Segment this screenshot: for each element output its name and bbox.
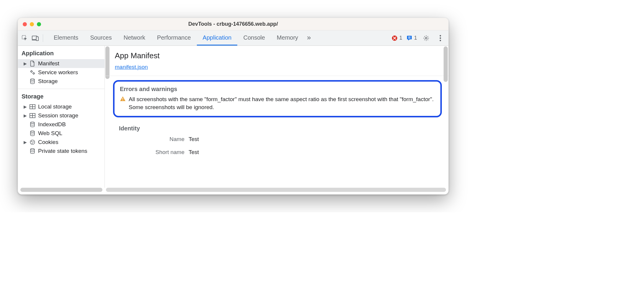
table-icon	[29, 112, 36, 119]
sidebar-item-manifest[interactable]: ▶ Manifest	[18, 59, 104, 68]
svg-point-20	[30, 122, 34, 124]
sidebar-item-label: IndexedDB	[38, 121, 66, 128]
sidebar-section-storage: Storage	[18, 89, 104, 102]
svg-point-21	[30, 131, 34, 132]
database-icon	[29, 148, 36, 154]
database-icon	[29, 78, 36, 85]
svg-point-11	[31, 71, 32, 72]
sidebar-item-websql[interactable]: Web SQL	[18, 129, 104, 138]
window-title: DevTools - crbug-1476656.web.app/	[18, 21, 448, 27]
svg-point-25	[32, 143, 32, 144]
field-label: Name	[115, 136, 189, 142]
field-short-name: Short name Test	[115, 149, 440, 156]
svg-point-22	[30, 140, 35, 145]
svg-point-23	[32, 141, 32, 142]
devtools-toolbar: Elements Sources Network Performance App…	[18, 30, 448, 46]
sidebar-item-cookies[interactable]: ▶ Cookies	[18, 138, 104, 147]
field-label: Short name	[115, 149, 189, 156]
svg-point-10	[440, 40, 441, 41]
maximize-window-button[interactable]	[37, 22, 41, 26]
sidebar-item-indexeddb[interactable]: IndexedDB	[18, 120, 104, 129]
database-icon	[29, 121, 36, 128]
errors-count: 1	[399, 35, 402, 41]
svg-rect-27	[122, 98, 123, 99]
divider	[105, 76, 448, 76]
svg-point-7	[425, 37, 427, 39]
tabs-overflow-button[interactable]: »	[304, 30, 314, 46]
main-scrollbar[interactable]	[444, 46, 448, 82]
page-title: App Manifest	[115, 51, 440, 60]
svg-point-8	[440, 35, 441, 36]
bottom-scrollbars	[18, 188, 448, 194]
table-icon	[29, 103, 36, 110]
svg-point-9	[440, 37, 441, 39]
sidebar-item-session-storage[interactable]: ▶ Session storage	[18, 111, 104, 120]
tab-performance[interactable]: Performance	[151, 30, 197, 46]
tab-application[interactable]: Application	[197, 30, 238, 46]
chevron-right-icon: ▶	[23, 61, 27, 66]
main-h-scrollbar[interactable]	[106, 188, 446, 192]
svg-point-13	[30, 79, 34, 80]
inspect-element-icon[interactable]	[20, 33, 30, 43]
field-name: Name Test	[115, 136, 440, 142]
chevron-right-icon: ▶	[23, 113, 27, 118]
errors-warnings-box: Errors and warnings All screenshots with…	[113, 80, 442, 117]
tab-memory[interactable]: Memory	[271, 30, 304, 46]
close-window-button[interactable]	[23, 22, 27, 26]
sidebar-item-label: Web SQL	[38, 130, 62, 137]
issues-count: 1	[414, 35, 417, 41]
content-area: Application ▶ Manifest Service workers	[18, 46, 448, 188]
device-toolbar-icon[interactable]	[30, 33, 40, 43]
svg-point-24	[33, 142, 34, 142]
svg-point-12	[33, 73, 35, 74]
application-sidebar: Application ▶ Manifest Service workers	[18, 46, 105, 188]
sidebar-item-label: Local storage	[38, 103, 72, 110]
issues-badge[interactable]: 1	[406, 35, 417, 41]
chevron-right-icon: ▶	[23, 104, 27, 109]
tab-elements[interactable]: Elements	[48, 30, 84, 46]
sidebar-item-storage[interactable]: Storage	[18, 77, 104, 86]
svg-rect-28	[122, 100, 123, 101]
minimize-window-button[interactable]	[30, 22, 34, 26]
window-titlebar: DevTools - crbug-1476656.web.app/	[18, 18, 448, 30]
file-icon	[29, 60, 36, 67]
devtools-window: DevTools - crbug-1476656.web.app/ Elemen…	[18, 18, 449, 195]
main-panel: App Manifest manifest.json Errors and wa…	[105, 46, 448, 188]
sidebar-section-application: Application	[18, 46, 104, 59]
svg-point-26	[30, 149, 34, 150]
sidebar-item-label: Private state tokens	[38, 148, 87, 154]
svg-rect-3	[36, 37, 38, 41]
tab-network[interactable]: Network	[118, 30, 151, 46]
sidebar-item-label: Cookies	[38, 139, 58, 145]
warning-text: All screenshots with the same "form_fact…	[129, 95, 435, 111]
chevron-right-icon: ▶	[23, 140, 27, 145]
more-options-icon[interactable]	[435, 33, 445, 43]
database-icon	[29, 130, 36, 137]
tab-sources[interactable]: Sources	[84, 30, 117, 46]
sidebar-item-label: Service workers	[38, 69, 78, 76]
warning-triangle-icon	[120, 96, 126, 111]
manifest-link[interactable]: manifest.json	[115, 64, 148, 70]
tab-console[interactable]: Console	[237, 30, 271, 46]
sidebar-item-label: Session storage	[38, 112, 78, 119]
gears-icon	[29, 69, 36, 76]
sidebar-item-label: Manifest	[38, 60, 59, 67]
sidebar-item-local-storage[interactable]: ▶ Local storage	[18, 102, 104, 111]
cookie-icon	[29, 139, 36, 145]
sidebar-item-label: Storage	[38, 78, 58, 85]
sidebar-h-scrollbar[interactable]	[20, 188, 102, 192]
window-traffic-lights	[23, 22, 41, 26]
field-value: Test	[189, 136, 199, 142]
identity-heading: Identity	[119, 125, 440, 132]
panel-tabs: Elements Sources Network Performance App…	[48, 30, 314, 46]
toolbar-divider	[43, 34, 43, 42]
errors-warnings-heading: Errors and warnings	[120, 86, 435, 93]
settings-gear-icon[interactable]	[421, 33, 431, 43]
toolbar-right: 1 1	[392, 33, 445, 43]
sidebar-item-service-workers[interactable]: Service workers	[18, 68, 104, 77]
field-value: Test	[189, 149, 199, 156]
errors-badge[interactable]: 1	[392, 35, 402, 41]
sidebar-item-private-state-tokens[interactable]: Private state tokens	[18, 147, 104, 156]
warning-row: All screenshots with the same "form_fact…	[120, 95, 435, 111]
